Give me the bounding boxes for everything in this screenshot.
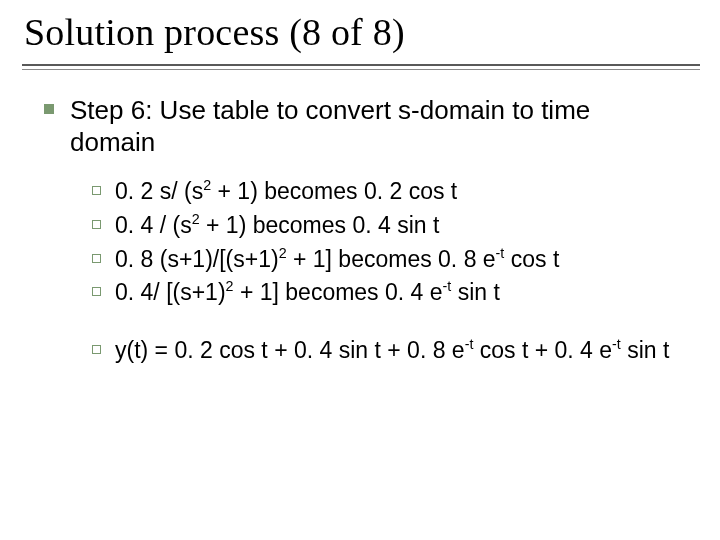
item-a: 0. 2 s/ (s2 + 1) becomes 0. 2 cos t <box>115 177 457 207</box>
list-item: 0. 2 s/ (s2 + 1) becomes 0. 2 cos t <box>92 177 676 207</box>
item-d: 0. 4/ [(s+1)2 + 1] becomes 0. 4 e-t sin … <box>115 278 500 308</box>
bullet-open-square-icon <box>92 186 101 195</box>
list-item: 0. 8 (s+1)/[(s+1)2 + 1] becomes 0. 8 e-t… <box>92 245 676 275</box>
title-wrap: Solution process (8 of 8) <box>0 0 720 58</box>
bullet-square-icon <box>44 104 54 114</box>
conversion-list: 0. 2 s/ (s2 + 1) becomes 0. 2 cos t 0. 4… <box>92 177 676 366</box>
bullet-open-square-icon <box>92 254 101 263</box>
spacer <box>92 312 676 336</box>
step-heading-row: Step 6: Use table to convert s-domain to… <box>44 94 676 159</box>
item-b: 0. 4 / (s2 + 1) becomes 0. 4 sin t <box>115 211 439 241</box>
result-line: y(t) = 0. 2 cos t + 0. 4 sin t + 0. 8 e-… <box>115 336 669 366</box>
step-heading: Step 6: Use table to convert s-domain to… <box>70 94 676 159</box>
item-c: 0. 8 (s+1)/[(s+1)2 + 1] becomes 0. 8 e-t… <box>115 245 559 275</box>
bullet-open-square-icon <box>92 287 101 296</box>
bullet-open-square-icon <box>92 220 101 229</box>
title-underline <box>22 64 700 72</box>
list-item: 0. 4 / (s2 + 1) becomes 0. 4 sin t <box>92 211 676 241</box>
list-item: 0. 4/ [(s+1)2 + 1] becomes 0. 4 e-t sin … <box>92 278 676 308</box>
slide: Solution process (8 of 8) Step 6: Use ta… <box>0 0 720 540</box>
bullet-open-square-icon <box>92 345 101 354</box>
slide-title: Solution process (8 of 8) <box>24 12 700 54</box>
list-item: y(t) = 0. 2 cos t + 0. 4 sin t + 0. 8 e-… <box>92 336 676 366</box>
slide-body: Step 6: Use table to convert s-domain to… <box>0 72 720 366</box>
